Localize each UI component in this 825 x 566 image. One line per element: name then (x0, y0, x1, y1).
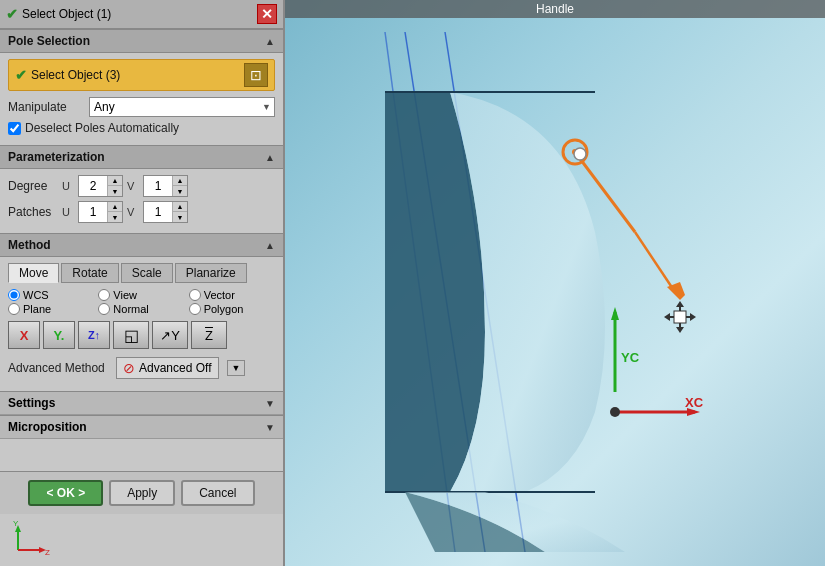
manipulate-dropdown[interactable]: Any Single Row Column All (89, 97, 275, 117)
radio-vector-label: Vector (204, 289, 235, 301)
tab-planarize[interactable]: Planarize (175, 263, 247, 283)
radio-vector: Vector (189, 289, 275, 301)
move-cursor (664, 301, 696, 333)
axis-buttons-row: X Y. Z↑ ◱ ↗Y Z (8, 321, 275, 349)
manipulate-row: Manipulate Any Single Row Column All (8, 97, 275, 117)
degree-row: Degree U ▲ ▼ V ▲ ▼ (8, 175, 275, 197)
close-button[interactable]: ✕ (257, 4, 277, 24)
manipulate-dropdown-wrapper: Any Single Row Column All (89, 97, 275, 117)
axis-y-button[interactable]: Y. (43, 321, 75, 349)
tab-move[interactable]: Move (8, 263, 59, 283)
viewport-content[interactable]: YC XC (285, 18, 825, 566)
method-title: Method (8, 238, 51, 252)
settings-header[interactable]: Settings ▼ (0, 391, 283, 415)
patches-v-up[interactable]: ▲ (173, 202, 187, 212)
radio-normal-label: Normal (113, 303, 148, 315)
settings-title: Settings (8, 396, 55, 410)
degree-v-down[interactable]: ▼ (173, 186, 187, 196)
method-header[interactable]: Method ▲ (0, 233, 283, 257)
degree-v-label: V (127, 180, 139, 192)
advanced-off-button[interactable]: ⊘ Advanced Off (116, 357, 219, 379)
parameterization-header[interactable]: Parameterization ▲ (0, 145, 283, 169)
radio-vector-input[interactable] (189, 289, 201, 301)
radio-polygon: Polygon (189, 303, 275, 315)
ok-button[interactable]: < OK > (28, 480, 103, 506)
no-sign-icon: ⊘ (123, 360, 135, 376)
axis-special1-button[interactable]: ◱ (113, 321, 149, 349)
microposition-arrow: ▼ (265, 422, 275, 433)
patches-row: Patches U ▲ ▼ V ▲ ▼ (8, 201, 275, 223)
bottom-buttons: < OK > Apply Cancel (0, 471, 283, 514)
tab-rotate[interactable]: Rotate (61, 263, 118, 283)
microposition-title: Microposition (8, 420, 87, 434)
degree-u-down[interactable]: ▼ (108, 186, 122, 196)
advanced-dropdown-arrow[interactable]: ▼ (227, 360, 246, 376)
select-object-check: ✔ (15, 67, 27, 83)
svg-marker-18 (676, 301, 684, 307)
radio-plane: Plane (8, 303, 94, 315)
svg-marker-19 (676, 327, 684, 333)
radio-polygon-input[interactable] (189, 303, 201, 315)
left-panel: ✔ Select Object (1) ✕ Pole Selection ▲ ✔… (0, 0, 285, 566)
degree-u-arrows: ▲ ▼ (107, 176, 122, 196)
degree-label: Degree (8, 179, 58, 193)
patches-u-spinbox: ▲ ▼ (78, 201, 123, 223)
svg-marker-24 (611, 307, 619, 320)
deselect-checkbox[interactable] (8, 122, 21, 135)
degree-u-up[interactable]: ▲ (108, 176, 122, 186)
radio-plane-label: Plane (23, 303, 51, 315)
degree-v-input[interactable] (144, 178, 172, 194)
degree-u-input[interactable] (79, 178, 107, 194)
advanced-method-row: Advanced Method ⊘ Advanced Off ▼ (8, 357, 275, 379)
pole-selection-arrow: ▲ (265, 36, 275, 47)
select-icon-button[interactable]: ⊡ (244, 63, 268, 87)
patches-v-input[interactable] (144, 204, 172, 220)
svg-line-14 (635, 232, 675, 292)
cancel-button[interactable]: Cancel (181, 480, 254, 506)
svg-point-29 (610, 407, 620, 417)
svg-text:XC: XC (685, 395, 704, 410)
settings-arrow: ▼ (265, 398, 275, 409)
method-tabs: Move Rotate Scale Planarize (8, 263, 275, 283)
microposition-header[interactable]: Microposition ▼ (0, 415, 283, 439)
apply-button[interactable]: Apply (109, 480, 175, 506)
close-icon: ✕ (261, 6, 273, 22)
viewport-title: Handle (536, 2, 574, 16)
degree-v-arrows: ▲ ▼ (172, 176, 187, 196)
patches-u-input[interactable] (79, 204, 107, 220)
radio-plane-input[interactable] (8, 303, 20, 315)
radio-normal-input[interactable] (98, 303, 110, 315)
radio-wcs-label: WCS (23, 289, 49, 301)
pole-selection-content: ✔ Select Object (3) ⊡ Manipulate Any Sin… (0, 53, 283, 145)
radio-group: WCS View Vector Plane Normal Polygon (8, 289, 275, 315)
patches-u-down[interactable]: ▼ (108, 212, 122, 222)
pole-selection-header[interactable]: Pole Selection ▲ (0, 29, 283, 53)
select-object-row: ✔ Select Object (3) ⊡ (8, 59, 275, 91)
viewport[interactable]: Handle (285, 0, 825, 566)
svg-rect-22 (674, 311, 686, 323)
patches-u-up[interactable]: ▲ (108, 202, 122, 212)
axis-x-button[interactable]: X (8, 321, 40, 349)
svg-text:Z: Z (45, 548, 50, 557)
patches-u-arrows: ▲ ▼ (107, 202, 122, 222)
viewport-header: Handle (285, 0, 825, 18)
axis-z-button[interactable]: Z↑ (78, 321, 110, 349)
checkmark-icon: ✔ (6, 6, 18, 22)
axis-special3-button[interactable]: Z (191, 321, 227, 349)
select-object-3-label: Select Object (3) (31, 68, 244, 82)
axis-special2-button[interactable]: ↗Y (152, 321, 188, 349)
svg-marker-20 (664, 313, 670, 321)
viewport-svg: YC XC (285, 18, 825, 566)
radio-view-input[interactable] (98, 289, 110, 301)
patches-v-spinbox: ▲ ▼ (143, 201, 188, 223)
tab-scale[interactable]: Scale (121, 263, 173, 283)
degree-v-up[interactable]: ▲ (173, 176, 187, 186)
svg-marker-21 (690, 313, 696, 321)
coord-svg: Z Y (8, 520, 58, 560)
pole-selection-title: Pole Selection (8, 34, 90, 48)
radio-wcs-input[interactable] (8, 289, 20, 301)
select-object-label: Select Object (1) (22, 7, 111, 21)
patches-v-down[interactable]: ▼ (173, 212, 187, 222)
patches-v-label: V (127, 206, 139, 218)
patches-v-arrows: ▲ ▼ (172, 202, 187, 222)
